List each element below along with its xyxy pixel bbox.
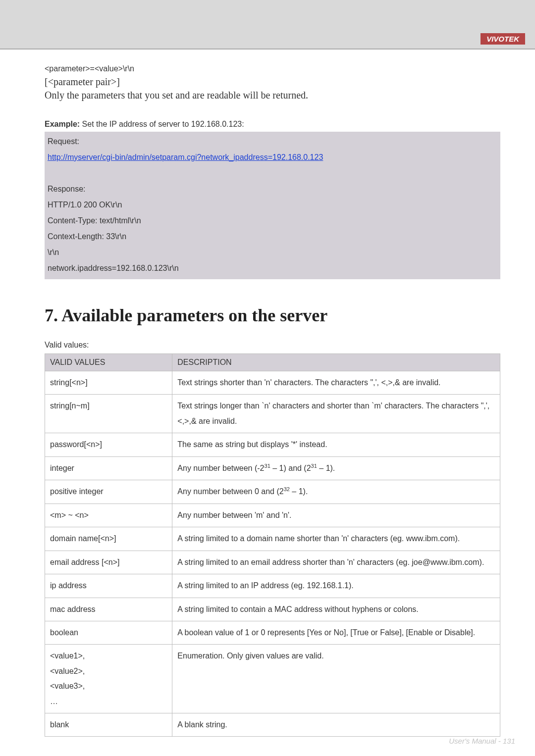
tv-desc: Any number between 'm' and 'n'. (172, 504, 500, 527)
example-label: Example: Set the IP address of server to… (45, 120, 500, 129)
request-label: Request: (48, 134, 497, 150)
response-line-5: network.ipaddress=192.168.0.123\r\n (48, 260, 497, 276)
tv-cell: string[<n>] (45, 371, 172, 395)
table-row: password[<n>] The same as string but dis… (45, 433, 500, 456)
section-title: 7. Available parameters on the server (45, 305, 500, 326)
table-row: positive integer Any number between 0 an… (45, 480, 500, 504)
table-row: blank A blank string. (45, 713, 500, 736)
table-row: domain name[<n>] A string limited to a d… (45, 527, 500, 551)
table-row: string[n~m] Text strings longer than `n'… (45, 395, 500, 433)
valid-values-label: Valid values: (45, 341, 500, 350)
tv-desc-integer: Any number between (-231 – 1) and (231 –… (172, 456, 500, 480)
table-row: string[<n>] Text strings shorter than 'n… (45, 371, 500, 395)
response-line-1: HTTP/1.0 200 OK\r\n (48, 197, 497, 213)
tv-desc: Text strings shorter than 'n' characters… (172, 371, 500, 395)
response-line-4: \r\n (48, 245, 497, 260)
example-label-bold: Example: (45, 120, 80, 128)
tv-desc: A string limited to a domain name shorte… (172, 527, 500, 551)
int-suffix: – 1). (317, 464, 335, 472)
tv-cell: ip address (45, 574, 172, 598)
posint-suffix: – 1). (290, 488, 308, 496)
table-row: boolean A boolean value of 1 or 0 repres… (45, 621, 500, 644)
int-exp1: 31 (265, 463, 270, 469)
tv-cell: positive integer (45, 480, 172, 504)
brand-logo: VIVOTEK (481, 33, 525, 45)
tv-desc: The same as string but displays '*' inst… (172, 433, 500, 456)
table-head-values: VALID VALUES (45, 354, 172, 371)
tv-cell: blank (45, 713, 172, 736)
tv-cell: boolean (45, 621, 172, 644)
intro-line-2: [<parameter pair>] (45, 76, 500, 88)
response-line-2: Content-Type: text/html\r\n (48, 213, 497, 229)
valid-values-table: VALID VALUES DESCRIPTION string[<n>] Tex… (45, 353, 500, 737)
tv-desc: A string limited to contain a MAC addres… (172, 598, 500, 621)
tv-desc: Enumeration. Only given values are valid… (172, 645, 500, 713)
tv-desc-posint: Any number between 0 and (232 – 1). (172, 480, 500, 504)
tv-desc: Text strings longer than `n' characters … (172, 395, 500, 433)
tv-cell: <m> ~ <n> (45, 504, 172, 527)
table-row: mac address A string limited to contain … (45, 598, 500, 621)
intro-line-1: <parameter>=<value>\r\n (45, 64, 500, 73)
example-url-link[interactable]: http://myserver/cgi-bin/admin/setparam.c… (48, 153, 323, 161)
example-code-block: Request: http://myserver/cgi-bin/admin/s… (45, 132, 500, 279)
table-head-description: DESCRIPTION (172, 354, 500, 371)
posint-exp: 32 (284, 486, 290, 492)
tv-cell: email address [<n>] (45, 551, 172, 574)
table-row: <value1>, <value2>, <value3>, … Enumerat… (45, 645, 500, 713)
tv-desc: A blank string. (172, 713, 500, 736)
page-content: <parameter>=<value>\r\n [<parameter pair… (0, 50, 535, 737)
int-mid: – 1) and (2 (270, 464, 311, 472)
tv-cell: mac address (45, 598, 172, 621)
tv-desc: A boolean value of 1 or 0 represents [Ye… (172, 621, 500, 644)
int-exp2: 31 (311, 463, 317, 469)
tv-cell: <value1>, <value2>, <value3>, … (45, 645, 172, 713)
response-label: Response: (48, 181, 497, 197)
table-row: integer Any number between (-231 – 1) an… (45, 456, 500, 480)
tv-desc: A string limited to an email address sho… (172, 551, 500, 574)
tv-cell: password[<n>] (45, 433, 172, 456)
response-line-3: Context-Length: 33\r\n (48, 229, 497, 245)
table-row: ip address A string limited to an IP add… (45, 574, 500, 598)
table-row: <m> ~ <n> Any number between 'm' and 'n'… (45, 504, 500, 527)
page-footer: User's Manual - 131 (449, 737, 515, 745)
tv-cell: string[n~m] (45, 395, 172, 433)
posint-prefix: Any number between 0 and (2 (177, 488, 283, 496)
example-label-rest: Set the IP address of server to 192.168.… (80, 120, 244, 128)
tv-desc: A string limited to an IP address (eg. 1… (172, 574, 500, 598)
header-bar: VIVOTEK (0, 0, 535, 50)
tv-cell: integer (45, 456, 172, 480)
table-row: email address [<n>] A string limited to … (45, 551, 500, 574)
table-header-row: VALID VALUES DESCRIPTION (45, 354, 500, 371)
intro-line-3: Only the parameters that you set and are… (45, 90, 500, 101)
int-prefix: Any number between (-2 (177, 464, 264, 472)
tv-cell: domain name[<n>] (45, 527, 172, 551)
